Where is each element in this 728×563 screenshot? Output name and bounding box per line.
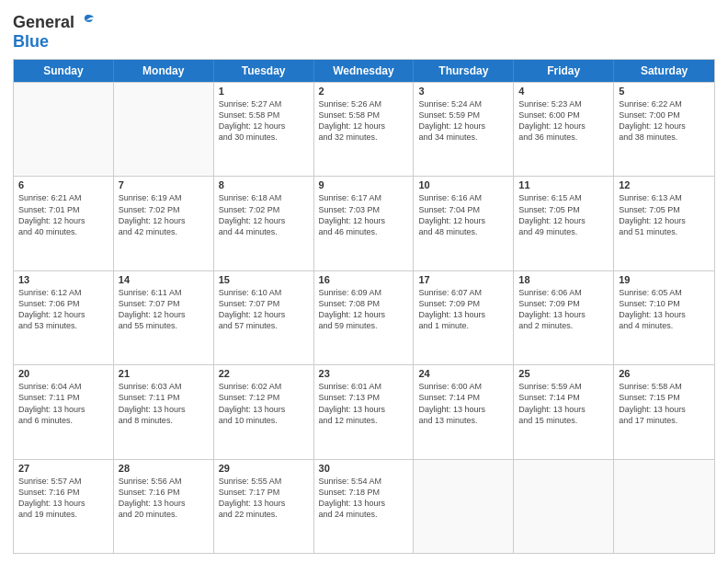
day-number: 12 bbox=[619, 179, 710, 190]
day-number: 19 bbox=[619, 274, 710, 285]
calendar-cell: 1Sunrise: 5:27 AMSunset: 5:58 PMDaylight… bbox=[214, 83, 314, 176]
cell-info-line: and 1 minute. bbox=[418, 320, 508, 331]
day-number: 10 bbox=[418, 179, 508, 190]
day-number: 2 bbox=[319, 86, 409, 97]
day-number: 7 bbox=[119, 179, 209, 190]
cell-info-line: Sunset: 5:59 PM bbox=[418, 109, 508, 121]
cell-info-line: Daylight: 13 hours bbox=[418, 309, 508, 320]
cell-info-line: Sunrise: 6:17 AM bbox=[319, 192, 409, 203]
cell-info-line: Daylight: 13 hours bbox=[219, 404, 309, 415]
cell-info-line: Daylight: 12 hours bbox=[18, 309, 108, 320]
cell-info-line: Daylight: 12 hours bbox=[219, 215, 309, 226]
cell-info-line: Sunset: 7:12 PM bbox=[219, 392, 309, 403]
weekday-header-tuesday: Tuesday bbox=[214, 60, 314, 82]
weekday-header-wednesday: Wednesday bbox=[314, 60, 415, 82]
cell-info-line: Sunset: 7:11 PM bbox=[119, 392, 209, 403]
cell-info-line: and 13 minutes. bbox=[418, 415, 508, 426]
page-container: General Blue SundayMondayTuesdayWednesda… bbox=[0, 0, 728, 563]
calendar: SundayMondayTuesdayWednesdayThursdayFrid… bbox=[13, 59, 715, 554]
logo-bird-icon bbox=[76, 14, 95, 30]
cell-info-line: Sunset: 7:14 PM bbox=[418, 392, 508, 403]
weekday-header-friday: Friday bbox=[514, 60, 614, 82]
day-number: 28 bbox=[119, 463, 209, 474]
calendar-cell: 9Sunrise: 6:17 AMSunset: 7:03 PMDaylight… bbox=[314, 177, 415, 270]
cell-info-line: Sunrise: 6:11 AM bbox=[119, 287, 209, 298]
cell-info-line: and 8 minutes. bbox=[119, 415, 209, 426]
cell-info-line: Sunrise: 6:03 AM bbox=[119, 381, 209, 392]
logo-general: General bbox=[13, 13, 74, 32]
cell-info-line: Sunset: 7:00 PM bbox=[619, 109, 710, 121]
cell-info-line: Sunrise: 6:15 AM bbox=[518, 192, 609, 203]
calendar-cell: 28Sunrise: 5:56 AMSunset: 7:16 PMDayligh… bbox=[114, 460, 214, 553]
cell-info-line: and 57 minutes. bbox=[219, 320, 309, 331]
cell-info-line: Sunset: 7:10 PM bbox=[619, 298, 710, 309]
cell-info-line: Daylight: 12 hours bbox=[418, 215, 508, 226]
cell-info-line: and 38 minutes. bbox=[619, 132, 710, 143]
cell-info-line: Daylight: 13 hours bbox=[319, 404, 409, 415]
calendar-row-3: 20Sunrise: 6:04 AMSunset: 7:11 PMDayligh… bbox=[14, 364, 714, 458]
day-number: 3 bbox=[418, 86, 508, 97]
calendar-cell bbox=[514, 460, 614, 553]
cell-info-line: and 12 minutes. bbox=[319, 415, 409, 426]
cell-info-line: Sunset: 7:14 PM bbox=[518, 392, 609, 403]
cell-info-line: Daylight: 12 hours bbox=[619, 121, 710, 132]
cell-info-line: Sunrise: 6:13 AM bbox=[619, 192, 710, 203]
cell-info-line: Daylight: 13 hours bbox=[619, 404, 710, 415]
cell-info-line: Sunrise: 5:26 AM bbox=[319, 98, 409, 109]
calendar-cell bbox=[114, 83, 214, 176]
calendar-cell bbox=[414, 460, 514, 553]
cell-info-line: Daylight: 13 hours bbox=[619, 309, 710, 320]
cell-info-line: Daylight: 13 hours bbox=[119, 498, 209, 509]
cell-info-line: Sunset: 7:16 PM bbox=[119, 487, 209, 498]
cell-info-line: Daylight: 12 hours bbox=[518, 215, 609, 226]
cell-info-line: and 10 minutes. bbox=[219, 415, 309, 426]
cell-info-line: Sunset: 7:07 PM bbox=[219, 298, 309, 309]
calendar-cell: 16Sunrise: 6:09 AMSunset: 7:08 PMDayligh… bbox=[314, 271, 415, 364]
weekday-header-monday: Monday bbox=[114, 60, 214, 82]
cell-info-line: Daylight: 12 hours bbox=[418, 121, 508, 132]
day-number: 24 bbox=[418, 368, 508, 379]
cell-info-line: and 22 minutes. bbox=[219, 509, 309, 520]
day-number: 9 bbox=[319, 179, 409, 190]
calendar-cell: 29Sunrise: 5:55 AMSunset: 7:17 PMDayligh… bbox=[214, 460, 314, 553]
calendar-cell bbox=[14, 83, 114, 176]
cell-info-line: Sunset: 7:02 PM bbox=[219, 204, 309, 215]
logo: General Blue bbox=[13, 13, 95, 52]
cell-info-line: Sunset: 7:15 PM bbox=[619, 392, 710, 403]
cell-info-line: and 49 minutes. bbox=[518, 226, 609, 237]
day-number: 4 bbox=[518, 86, 609, 97]
calendar-cell: 24Sunrise: 6:00 AMSunset: 7:14 PMDayligh… bbox=[414, 365, 514, 458]
cell-info-line: and 51 minutes. bbox=[619, 226, 710, 237]
cell-info-line: and 46 minutes. bbox=[319, 226, 409, 237]
day-number: 8 bbox=[219, 179, 309, 190]
calendar-cell: 5Sunrise: 6:22 AMSunset: 7:00 PMDaylight… bbox=[614, 83, 714, 176]
calendar-cell: 10Sunrise: 6:16 AMSunset: 7:04 PMDayligh… bbox=[414, 177, 514, 270]
cell-info-line: Sunrise: 6:02 AM bbox=[219, 381, 309, 392]
cell-info-line: Sunrise: 6:18 AM bbox=[219, 192, 309, 203]
cell-info-line: Sunrise: 5:56 AM bbox=[119, 476, 209, 487]
cell-info-line: and 40 minutes. bbox=[18, 226, 108, 237]
cell-info-line: Daylight: 13 hours bbox=[418, 404, 508, 415]
cell-info-line: Sunset: 7:11 PM bbox=[18, 392, 108, 403]
cell-info-line: Daylight: 13 hours bbox=[518, 404, 609, 415]
cell-info-line: Sunset: 7:07 PM bbox=[119, 298, 209, 309]
cell-info-line: Sunrise: 6:00 AM bbox=[418, 381, 508, 392]
cell-info-line: Sunset: 7:09 PM bbox=[418, 298, 508, 309]
cell-info-line: Daylight: 13 hours bbox=[319, 498, 409, 509]
cell-info-line: Sunrise: 6:12 AM bbox=[18, 287, 108, 298]
cell-info-line: and 42 minutes. bbox=[119, 226, 209, 237]
calendar-body: 1Sunrise: 5:27 AMSunset: 5:58 PMDaylight… bbox=[14, 82, 714, 553]
day-number: 18 bbox=[518, 274, 609, 285]
weekday-header-sunday: Sunday bbox=[14, 60, 114, 82]
calendar-cell: 19Sunrise: 6:05 AMSunset: 7:10 PMDayligh… bbox=[614, 271, 714, 364]
day-number: 22 bbox=[219, 368, 309, 379]
cell-info-line: Daylight: 12 hours bbox=[119, 309, 209, 320]
cell-info-line: Daylight: 12 hours bbox=[219, 121, 309, 132]
cell-info-line: Sunrise: 6:19 AM bbox=[119, 192, 209, 203]
day-number: 27 bbox=[18, 463, 108, 474]
cell-info-line: Sunset: 7:16 PM bbox=[18, 487, 108, 498]
weekday-header-thursday: Thursday bbox=[414, 60, 514, 82]
calendar-cell: 11Sunrise: 6:15 AMSunset: 7:05 PMDayligh… bbox=[514, 177, 614, 270]
cell-info-line: Daylight: 12 hours bbox=[18, 215, 108, 226]
calendar-cell: 30Sunrise: 5:54 AMSunset: 7:18 PMDayligh… bbox=[314, 460, 415, 553]
